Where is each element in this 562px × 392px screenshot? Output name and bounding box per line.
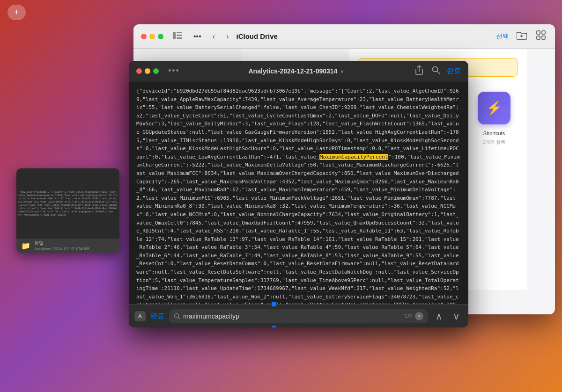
svg-rect-2 <box>177 35 182 36</box>
editor-title: Analytics-2024-12-21-090314 <box>249 67 338 75</box>
editor-text-after: ":100,"last_value_MaximumChargeCurrent":… <box>136 154 460 304</box>
folder-plus-icon <box>517 30 527 40</box>
svg-rect-0 <box>173 32 176 39</box>
editor-content[interactable]: {"deviceId":"b920dbd27db59af84d82dac9623… <box>129 81 468 304</box>
editor-minimize-dot[interactable] <box>145 68 150 74</box>
window-title: iCloud Drive <box>236 32 277 40</box>
plus-icon: + <box>14 7 19 17</box>
text-editor-window: ••• Analytics-2024-12-21-090314 ∨ 완료 { <box>129 61 468 327</box>
close-dot[interactable] <box>141 34 147 39</box>
icloud-nav: ••• ‹ › iCloud Drive <box>169 30 496 43</box>
minimize-dot[interactable] <box>149 34 155 39</box>
search-indicator-dot-bottom <box>272 326 276 327</box>
finder-thumb-labels: 파일 Analytics-2024-12-22-174958 <box>34 240 89 251</box>
share-icon <box>415 65 423 75</box>
icloud-titlebar: ••• ‹ › iCloud Drive 선택 <box>133 24 555 49</box>
file-name-shortcuts: Shortcuts <box>483 131 505 136</box>
svg-rect-1 <box>177 32 182 33</box>
finder-thumbnail-window: {"deviceId":"b920dbd...","Count":2,"last… <box>16 168 119 253</box>
finder-thumb-subtitle: Analytics-2024-12-22-174958 <box>34 247 89 251</box>
window-controls <box>141 34 163 39</box>
shortcuts-app-icon: ⚡ <box>486 100 503 116</box>
svg-rect-9 <box>542 36 545 39</box>
editor-dots-menu: ••• <box>168 66 180 76</box>
search-clear-button[interactable]: × <box>415 312 423 320</box>
editor-title-area: Analytics-2024-12-21-090314 ∨ <box>185 67 408 75</box>
grid-icon <box>536 30 546 40</box>
search-next-button[interactable]: ∨ <box>450 310 463 323</box>
search-magnifier-icon <box>174 313 180 319</box>
top-bar: + <box>7 5 26 20</box>
shortcuts-folder-icon: ⚡ <box>478 92 510 124</box>
editor-close-dot[interactable] <box>136 68 142 74</box>
search-capsule[interactable]: 1/4 × <box>169 309 428 323</box>
editor-maximize-dot[interactable] <box>153 68 159 74</box>
svg-rect-6 <box>537 31 540 34</box>
finder-folder-icon: 📁 <box>21 241 30 250</box>
file-icon-shortcuts: ⚡ <box>478 88 510 128</box>
svg-line-13 <box>178 317 180 319</box>
finder-thumb-content: {"deviceId":"b920dbd...","Count":2,"last… <box>16 168 119 239</box>
finder-thumb-bar: 📁 파일 Analytics-2024-12-22-174958 <box>16 239 119 253</box>
finder-thumb-title: 파일 <box>34 240 89 247</box>
svg-rect-8 <box>537 36 540 39</box>
search-count: 1/4 <box>404 313 412 319</box>
maximize-dot[interactable] <box>158 34 163 39</box>
highlighted-text: MaximumCapacityPercent <box>319 154 389 160</box>
search-done-button[interactable]: 완료 <box>150 312 164 320</box>
editor-ellipsis-icon: ••• <box>168 66 180 75</box>
ellipsis-icon: ••• <box>193 32 201 40</box>
grid-view-button[interactable] <box>534 29 547 44</box>
search-indicator-dot-top <box>272 302 276 306</box>
sidebar-icon <box>173 32 182 39</box>
editor-text-start: {"deviceId":"b920dbd27db59af84d82dac9623… <box>136 88 459 160</box>
back-button[interactable]: ‹ <box>209 30 219 43</box>
editor-title-chevron: ∨ <box>340 68 344 74</box>
add-button[interactable]: + <box>7 5 26 20</box>
search-bar: A 완료 1/4 × ∧ ∨ <box>129 304 468 327</box>
svg-rect-7 <box>542 31 545 34</box>
svg-line-11 <box>437 71 440 74</box>
share-button[interactable] <box>413 64 425 79</box>
editor-window-controls <box>136 68 159 74</box>
search-input[interactable] <box>183 312 401 320</box>
search-icon <box>432 66 440 74</box>
file-item-shortcuts[interactable]: ⚡ Shortcuts 0개의 항목 <box>471 88 518 156</box>
select-button[interactable]: 선택 <box>496 32 509 41</box>
sidebar-toggle-button[interactable] <box>169 30 186 43</box>
icloud-actions: 선택 <box>496 29 547 44</box>
editor-done-button[interactable]: 완료 <box>447 64 461 79</box>
search-button[interactable] <box>430 64 442 79</box>
more-options-button[interactable]: ••• <box>190 30 205 43</box>
search-prev-button[interactable]: ∧ <box>433 310 445 323</box>
file-meta-shortcuts: 0개의 항목 <box>483 139 505 145</box>
editor-titlebar: ••• Analytics-2024-12-21-090314 ∨ 완료 <box>129 61 468 81</box>
editor-actions: 완료 <box>413 64 461 79</box>
folder-add-button[interactable] <box>515 29 529 44</box>
keyboard-toggle-button[interactable]: A <box>134 311 146 321</box>
svg-rect-3 <box>177 37 182 39</box>
forward-button[interactable]: › <box>222 30 232 43</box>
